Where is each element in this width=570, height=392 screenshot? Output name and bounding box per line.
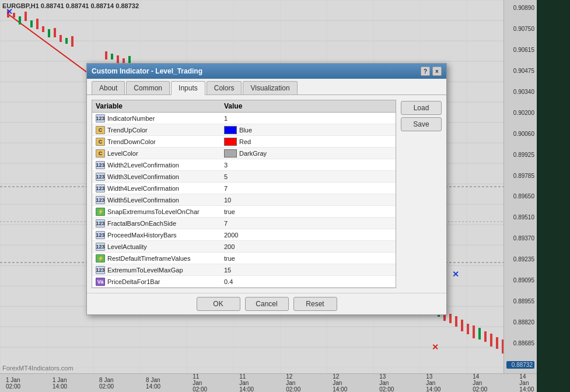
color-swatch-darkgray: [224, 149, 237, 158]
row-name: SnapExtremumsToLevelOnChar: [107, 208, 224, 215]
row-name: LevelColor: [107, 150, 224, 157]
tab-common[interactable]: Common: [126, 81, 170, 94]
ok-button[interactable]: OK: [197, 297, 240, 311]
row-icon-num: 123: [96, 243, 105, 251]
tab-colors[interactable]: Colors: [207, 81, 242, 94]
color-swatch-red: [224, 138, 237, 146]
table-row[interactable]: ⚡ SnapExtremumsToLevelOnChar true: [92, 206, 396, 218]
side-buttons: Load Save: [401, 100, 442, 288]
table-row[interactable]: C LevelColor DarkGray: [92, 148, 396, 159]
row-name: Width4LevelConfirmation: [107, 185, 224, 192]
col-header-value: Value: [224, 102, 392, 110]
row-name: ExtremumToLevelMaxGap: [107, 267, 224, 274]
row-icon-num: 123: [96, 219, 105, 228]
row-name: RestDefaultTimeframeValues: [107, 255, 224, 262]
dialog-footer: OK Cancel Reset: [87, 293, 446, 314]
row-value: 2000: [224, 232, 392, 239]
table-row[interactable]: 123 ProceedMaxHistoryBars 2000: [92, 229, 396, 241]
table-row[interactable]: 123 Width2LevelConfirmation 3: [92, 159, 396, 171]
row-value: 10: [224, 197, 392, 204]
table-row[interactable]: 123 LevelActuality 200: [92, 241, 396, 253]
row-name: Width3LevelConfirmation: [107, 173, 224, 180]
cancel-button[interactable]: Cancel: [245, 297, 289, 311]
color-swatch-blue: [224, 126, 237, 134]
row-icon-num: 123: [96, 266, 105, 274]
row-value: true: [224, 208, 392, 215]
dialog-title: Custom Indicator - Level_Trading: [92, 67, 421, 75]
row-value: 7: [224, 220, 392, 227]
table-row[interactable]: ⚡ RestDefaultTimeframeValues true: [92, 253, 396, 264]
dialog-titlebar: Custom Indicator - Level_Trading ? ×: [87, 64, 446, 79]
tab-visualization[interactable]: Visualization: [243, 81, 297, 94]
table-row[interactable]: Va PriceDeltaFor1Bar 0.4: [92, 276, 396, 288]
row-icon-color: C: [96, 126, 105, 134]
table-row[interactable]: 123 ExtremumToLevelMaxGap 15: [92, 264, 396, 276]
row-icon-color: C: [96, 138, 105, 146]
row-value: 1: [224, 115, 392, 122]
row-value: DarkGray: [224, 149, 392, 158]
table-header: Variable Value: [92, 100, 396, 113]
indicator-dialog: Custom Indicator - Level_Trading ? × Abo…: [86, 63, 447, 315]
reset-button[interactable]: Reset: [293, 297, 337, 311]
tabs-bar: About Common Inputs Colors Visualization: [87, 79, 446, 95]
row-value: true: [224, 255, 392, 262]
table-row[interactable]: 123 FractalBarsOnEachSide 7: [92, 218, 396, 229]
row-name: TrendDownColor: [107, 138, 224, 145]
params-table: Variable Value 123 IndicatorNumber 1 C T…: [92, 100, 396, 288]
dialog-help-button[interactable]: ?: [421, 66, 430, 76]
row-icon-color: C: [96, 149, 105, 158]
row-name: ProceedMaxHistoryBars: [107, 232, 224, 239]
col-header-variable: Variable: [96, 102, 224, 110]
row-value: 5: [224, 173, 392, 180]
row-name: Width2LevelConfirmation: [107, 162, 224, 169]
row-value: 7: [224, 185, 392, 192]
row-icon-num: 123: [96, 161, 105, 169]
row-icon-num: 123: [96, 114, 105, 123]
row-value: Red: [224, 138, 392, 146]
row-value: 15: [224, 267, 392, 274]
row-value: 200: [224, 243, 392, 250]
table-row[interactable]: C TrendUpColor Blue: [92, 124, 396, 136]
row-icon-va: Va: [96, 278, 105, 286]
row-name: IndicatorNumber: [107, 115, 224, 122]
table-row[interactable]: 123 Width4LevelConfirmation 7: [92, 183, 396, 194]
tab-about[interactable]: About: [92, 81, 125, 94]
save-button[interactable]: Save: [401, 117, 442, 131]
row-icon-num: 123: [96, 231, 105, 239]
row-name: PriceDeltaFor1Bar: [107, 278, 224, 285]
row-value: 3: [224, 162, 392, 169]
tab-inputs[interactable]: Inputs: [171, 81, 205, 95]
dialog-controls: ? ×: [421, 66, 442, 76]
row-icon-num: 123: [96, 196, 105, 204]
row-icon-snap: ⚡: [96, 254, 105, 262]
row-name: TrendUpColor: [107, 127, 224, 134]
dialog-content: Variable Value 123 IndicatorNumber 1 C T…: [87, 95, 446, 293]
dialog-close-button[interactable]: ×: [432, 66, 442, 76]
table-row[interactable]: 123 Width5LevelConfirmation 10: [92, 194, 396, 206]
row-icon-num: 123: [96, 184, 105, 192]
load-button[interactable]: Load: [401, 101, 442, 115]
table-row[interactable]: 123 Width3LevelConfirmation 5: [92, 171, 396, 183]
row-icon-snap: ⚡: [96, 208, 105, 216]
row-name: Width5LevelConfirmation: [107, 197, 224, 204]
table-row[interactable]: C TrendDownColor Red: [92, 136, 396, 148]
row-value: Blue: [224, 126, 392, 134]
table-row[interactable]: 123 IndicatorNumber 1: [92, 113, 396, 124]
row-name: LevelActuality: [107, 243, 224, 250]
row-icon-num: 123: [96, 173, 105, 181]
row-name: FractalBarsOnEachSide: [107, 220, 224, 227]
row-value: 0.4: [224, 278, 392, 285]
